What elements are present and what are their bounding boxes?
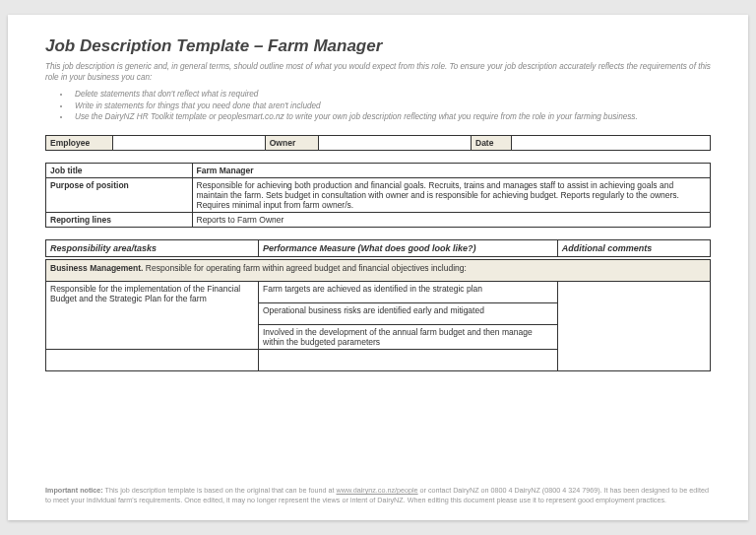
col-responsibility: Responsibility area/tasks — [46, 239, 259, 256]
measure-cell: Involved in the development of the annua… — [259, 324, 558, 349]
footer-text: This job description template is based o… — [103, 486, 337, 495]
section-heading: Business Management. Responsible for ope… — [46, 259, 711, 281]
footer-notice: Important notice: This job description t… — [45, 486, 711, 504]
employee-field[interactable] — [112, 135, 265, 150]
measure-cell: Operational business risks are identifie… — [259, 302, 558, 324]
document-page: Job Description Template – Farm Manager … — [8, 15, 748, 520]
position-details-table: Job title Farm Manager Purpose of positi… — [45, 163, 711, 228]
section-heading-bold: Business Management. — [50, 263, 143, 273]
date-field[interactable] — [511, 135, 711, 150]
measure-cell[interactable] — [259, 349, 558, 370]
task-cell: Responsible for the implementation of th… — [46, 281, 259, 349]
reporting-value: Reports to Farm Owner — [192, 212, 711, 227]
footer-bold: Important notice: — [45, 486, 103, 495]
list-item: Write in statements for things that you … — [71, 100, 711, 111]
page-title: Job Description Template – Farm Manager — [45, 36, 711, 56]
guidance-list: Delete statements that don't reflect wha… — [45, 89, 711, 122]
purpose-label: Purpose of position — [46, 177, 193, 212]
owner-field[interactable] — [318, 135, 471, 150]
col-comments: Additional comments — [557, 239, 710, 256]
owner-label: Owner — [265, 135, 318, 150]
job-title-value: Farm Manager — [192, 163, 711, 177]
reporting-label: Reporting lines — [46, 212, 193, 227]
measure-cell: Farm targets are achieved as identified … — [259, 281, 558, 302]
comments-cell[interactable] — [557, 281, 710, 370]
list-item: Delete statements that don't reflect wha… — [71, 89, 711, 100]
date-label: Date — [472, 135, 512, 150]
header-fields-table: Employee Owner Date — [45, 135, 711, 151]
job-title-label: Job title — [46, 163, 193, 177]
employee-label: Employee — [46, 135, 113, 150]
responsibilities-table: Responsibility area/tasks Performance Me… — [45, 239, 711, 371]
task-cell[interactable] — [46, 349, 259, 370]
section-heading-text: Responsible for operating farm within ag… — [143, 263, 466, 273]
purpose-value: Responsible for achieving both productio… — [192, 177, 711, 212]
list-item: Use the DairyNZ HR Toolkit template or p… — [71, 111, 711, 122]
col-performance: Performance Measure (What does good look… — [259, 239, 558, 256]
footer-link[interactable]: www.dairynz.co.nz/people — [337, 486, 418, 495]
intro-text: This job description is generic and, in … — [45, 62, 711, 83]
